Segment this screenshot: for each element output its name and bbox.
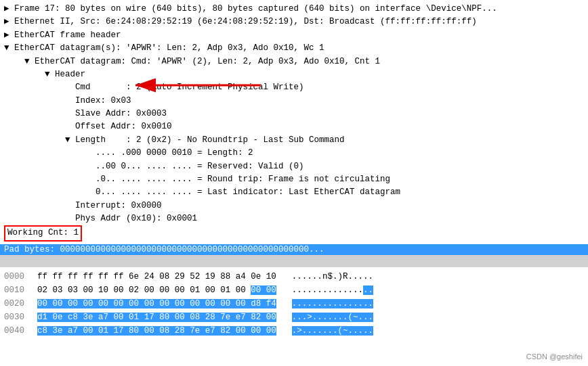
hex-byte[interactable]: a7 — [98, 313, 114, 322]
hex-byte[interactable]: 7e — [220, 313, 236, 322]
hex-byte[interactable]: c8 — [68, 313, 83, 322]
hex-byte[interactable]: 80 — [159, 313, 175, 322]
hex-byte[interactable]: 01 — [190, 285, 205, 295]
hex-byte[interactable]: 00 — [236, 299, 251, 308]
hex-byte[interactable]: 82 — [251, 313, 266, 322]
hex-byte[interactable]: 00 — [114, 285, 129, 295]
tree-line[interactable]: Working Cnt: 1 — [4, 225, 584, 241]
hex-byte[interactable]: 24 — [144, 272, 160, 281]
hex-byte[interactable]: 00 — [266, 326, 276, 336]
hex-byte[interactable]: c8 — [37, 326, 53, 336]
tree-line[interactable]: ▼ Length : 2 (0x2) - No Roundtrip - Last… — [4, 134, 584, 147]
hex-byte[interactable]: 00 — [144, 299, 160, 308]
hex-byte[interactable]: 28 — [175, 326, 190, 336]
tree-line[interactable]: ..00 0... .... .... = Reserved: Valid (0… — [4, 160, 584, 173]
tree-line[interactable]: Index: 0x03 — [4, 95, 584, 108]
hex-byte[interactable]: 00 — [175, 285, 190, 295]
tree-line[interactable]: Interrupt: 0x0000 — [4, 200, 584, 212]
hex-byte[interactable]: 00 — [114, 313, 129, 322]
hex-byte[interactable]: 00 — [37, 299, 53, 308]
hex-byte[interactable]: 00 — [236, 285, 251, 295]
tree-line[interactable]: ▶ Ethernet II, Src: 6e:24:08:29:52:19 (6… — [4, 16, 584, 28]
hex-byte[interactable]: 00 — [251, 285, 266, 295]
hex-byte[interactable]: ff — [53, 272, 68, 281]
hex-byte[interactable]: e7 — [236, 313, 251, 322]
hex-byte[interactable]: 00 — [159, 299, 175, 308]
hex-byte[interactable]: d8 — [251, 299, 266, 308]
hex-address: 0030 — [4, 311, 35, 324]
tree-line[interactable]: ▼ EtherCAT datagram: Cmd: 'APWR' (2), Le… — [4, 55, 584, 68]
hex-byte[interactable]: 00 — [175, 299, 190, 308]
hex-byte[interactable]: 00 — [190, 299, 205, 308]
hex-byte[interactable]: 02 — [37, 285, 53, 295]
hex-byte[interactable]: 82 — [220, 326, 236, 336]
hex-byte[interactable]: 00 — [144, 285, 160, 295]
hex-byte[interactable]: 00 — [53, 299, 68, 308]
hex-byte[interactable]: 80 — [129, 326, 144, 336]
hex-byte[interactable]: 08 — [159, 272, 175, 281]
hex-byte[interactable]: f4 — [266, 299, 276, 308]
hex-byte[interactable]: 00 — [83, 326, 99, 336]
hex-byte[interactable]: 29 — [175, 272, 190, 281]
hex-byte[interactable]: 00 — [129, 299, 144, 308]
hex-byte[interactable]: 3e — [83, 313, 99, 322]
hex-byte[interactable]: 08 — [190, 313, 205, 322]
pad-bytes-row[interactable]: Pad bytes: 00000000000000000000000000000… — [0, 244, 588, 255]
hex-byte[interactable]: 0e — [53, 313, 68, 322]
hex-byte[interactable]: 00 — [159, 285, 175, 295]
hex-byte[interactable]: 01 — [98, 326, 114, 336]
hex-byte[interactable]: 00 — [83, 285, 99, 295]
tree-line[interactable]: Cmd : 2 (Auto Increment Physical Write) — [4, 81, 584, 94]
tree-line[interactable]: Slave Addr: 0x0003 — [4, 108, 584, 120]
hex-byte[interactable]: 00 — [220, 299, 236, 308]
hex-byte[interactable]: 10 — [98, 285, 114, 295]
hex-byte[interactable]: d1 — [37, 313, 53, 322]
hex-byte[interactable]: 19 — [205, 272, 221, 281]
hex-byte[interactable]: 08 — [159, 326, 175, 336]
hex-byte[interactable]: 88 — [220, 272, 236, 281]
hex-byte[interactable]: ff — [98, 272, 114, 281]
hex-byte[interactable]: 00 — [175, 313, 190, 322]
hex-byte[interactable]: 00 — [205, 285, 221, 295]
hex-byte[interactable]: 17 — [114, 326, 129, 336]
hex-byte[interactable]: 00 — [205, 299, 221, 308]
tree-line[interactable]: ▶ EtherCAT frame header — [4, 29, 584, 42]
hex-byte[interactable]: 00 — [144, 326, 160, 336]
hex-byte[interactable]: 7e — [190, 326, 205, 336]
hex-byte[interactable]: ff — [83, 272, 99, 281]
hex-byte[interactable]: 00 — [98, 299, 114, 308]
tree-line[interactable]: .0.. .... .... .... = Round trip: Frame … — [4, 173, 584, 186]
tree-line[interactable]: Offset Addr: 0x0010 — [4, 120, 584, 133]
hex-byte[interactable]: 01 — [220, 285, 236, 295]
hex-byte[interactable]: a4 — [236, 272, 251, 281]
hex-byte[interactable]: 52 — [190, 272, 205, 281]
tree-line[interactable]: ▼ Header — [4, 68, 584, 81]
hex-byte[interactable]: 28 — [205, 313, 221, 322]
hex-byte[interactable]: 6e — [129, 272, 144, 281]
hex-byte[interactable]: 03 — [53, 285, 68, 295]
hex-byte[interactable]: 00 — [251, 326, 266, 336]
tree-line[interactable]: 0... .... .... .... = Last indicator: La… — [4, 186, 584, 199]
hex-byte[interactable]: ff — [114, 272, 129, 281]
hex-byte[interactable]: 00 — [266, 313, 276, 322]
hex-byte[interactable]: ff — [37, 272, 53, 281]
hex-byte[interactable]: 00 — [68, 299, 83, 308]
hex-byte[interactable]: 10 — [266, 272, 276, 281]
hex-byte[interactable]: 17 — [144, 313, 160, 322]
tree-line[interactable]: ▶ Frame 17: 80 bytes on wire (640 bits),… — [4, 3, 584, 16]
hex-byte[interactable]: 03 — [68, 285, 83, 295]
hex-byte[interactable]: e7 — [205, 326, 221, 336]
tree-line[interactable]: .... .000 0000 0010 = Length: 2 — [4, 147, 584, 160]
tree-line[interactable]: Phys Addr (0x10): 0x0001 — [4, 212, 584, 225]
hex-byte[interactable]: 00 — [236, 326, 251, 336]
hex-byte[interactable]: 01 — [129, 313, 144, 322]
hex-byte[interactable]: 00 — [266, 285, 276, 295]
hex-byte[interactable]: 3e — [53, 326, 68, 336]
tree-line[interactable]: ▼ EtherCAT datagram(s): 'APWR': Len: 2, … — [4, 42, 584, 55]
hex-byte[interactable]: a7 — [68, 326, 83, 336]
hex-byte[interactable]: 02 — [129, 285, 144, 295]
hex-byte[interactable]: 00 — [83, 299, 99, 308]
hex-byte[interactable]: 0e — [251, 272, 266, 281]
hex-byte[interactable]: 00 — [114, 299, 129, 308]
hex-byte[interactable]: ff — [68, 272, 83, 281]
